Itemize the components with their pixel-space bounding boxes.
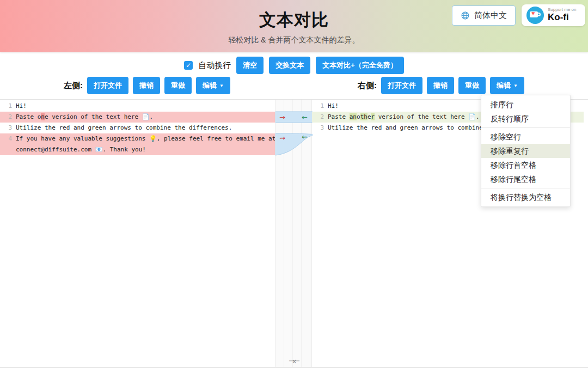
merge-to-left-arrow-1[interactable]: ⇜ [302, 114, 308, 121]
menu-divider [481, 188, 570, 188]
page-subtitle: 轻松对比 & 合并两个文本文件的差异。 [0, 35, 588, 45]
globe-icon [461, 11, 470, 20]
swap-text-button[interactable]: 交换文本 [269, 57, 310, 74]
line-text: Hi! [12, 101, 275, 112]
line-number: 2 [0, 112, 12, 123]
kofi-cup-icon: ♥ [526, 7, 544, 24]
caret-down-icon: ▼ [513, 83, 518, 88]
menu-item[interactable]: 移除行尾空格 [481, 172, 570, 186]
editor-line[interactable]: 3Utilize the red and green arrows to com… [0, 123, 275, 133]
line-number: 4 [0, 133, 12, 155]
line-number: 1 [0, 101, 12, 112]
language-label: 简体中文 [474, 10, 507, 21]
collapse-gutter-icon[interactable]: ⇒⇐ [275, 357, 311, 365]
menu-item[interactable]: 移除行首空格 [481, 158, 570, 172]
auto-wrap-label: 自动换行 [198, 60, 231, 71]
page: 文本对比 轻松对比 & 合并两个文本文件的差异。 简体中文 ♥ Support … [0, 0, 588, 372]
line-text: If you have any valuable suggestions 💡, … [12, 133, 275, 155]
kofi-brand-label: Ko-fi [548, 13, 576, 23]
language-button[interactable]: 简体中文 [452, 5, 516, 26]
left-side-label: 左侧: [64, 81, 83, 91]
edit-dropdown-menu: 排序行反转行顺序移除空行移除重复行移除行首空格移除行尾空格将换行替换为空格 [481, 95, 571, 207]
pro-version-button[interactable]: 文本对比+（完全免费） [316, 57, 404, 74]
right-redo-button[interactable]: 重做 [458, 77, 486, 94]
menu-item[interactable]: 排序行 [481, 97, 570, 112]
line-number: 2 [312, 112, 324, 123]
right-side-label: 右侧: [358, 81, 377, 91]
right-edit-label: 编辑 [497, 81, 511, 90]
left-editor-pane[interactable]: 1Hi!2Paste one version of the text here … [0, 100, 275, 367]
left-redo-button[interactable]: 重做 [164, 77, 192, 94]
menu-item[interactable]: 将换行替换为空格 [481, 190, 570, 204]
right-toolbar: 右侧: 打开文件 撤销 重做 编辑 ▼ [294, 77, 588, 94]
line-number: 3 [0, 123, 12, 133]
auto-wrap-checkbox[interactable]: ✓ [184, 61, 193, 70]
left-toolbar: 左侧: 打开文件 撤销 重做 编辑 ▼ [0, 77, 294, 94]
editor-line[interactable]: 1Hi! [0, 101, 275, 112]
line-text: Paste one version of the text here 📄. [12, 112, 275, 123]
merge-gutter: ⇝ ⇜ ⇝ ⇜ ⇒⇐ [275, 100, 312, 367]
merge-to-left-arrow-2[interactable]: ⇜ [302, 133, 308, 141]
menu-divider [481, 127, 570, 128]
left-edit-dropdown-button[interactable]: 编辑 ▼ [196, 77, 230, 94]
line-number: 1 [312, 101, 324, 112]
merge-to-right-arrow-2[interactable]: ⇝ [279, 135, 285, 142]
kofi-button[interactable]: ♥ Support me on Ko-fi [522, 4, 585, 26]
menu-item[interactable]: 移除空行 [481, 130, 570, 144]
side-toolbars: 左侧: 打开文件 撤销 重做 编辑 ▼ 右侧: 打开文件 撤销 重做 编辑 ▼ [0, 77, 588, 94]
merge-to-right-arrow-1[interactable]: ⇝ [279, 114, 285, 121]
right-open-file-button[interactable]: 打开文件 [381, 77, 422, 94]
menu-item[interactable]: 反转行顺序 [481, 112, 570, 126]
left-open-file-button[interactable]: 打开文件 [87, 77, 128, 94]
clear-button[interactable]: 清空 [236, 57, 264, 74]
main-toolbar: ✓ 自动换行 清空 交换文本 文本对比+（完全免费） [0, 52, 588, 73]
editor-line[interactable]: 2Paste one version of the text here 📄. [0, 112, 275, 123]
editor-line[interactable]: 4If you have any valuable suggestions 💡,… [0, 133, 275, 155]
left-undo-button[interactable]: 撤销 [133, 77, 160, 94]
left-edit-label: 编辑 [203, 81, 217, 90]
scrollbar-track[interactable] [584, 100, 588, 367]
caret-down-icon: ▼ [219, 83, 224, 88]
line-text: Utilize the red and green arrows to comb… [12, 123, 275, 133]
right-edit-dropdown-button[interactable]: 编辑 ▼ [490, 77, 524, 94]
line-number: 3 [312, 123, 324, 133]
right-undo-button[interactable]: 撤销 [427, 77, 454, 94]
header: 文本对比 轻松对比 & 合并两个文本文件的差异。 简体中文 ♥ Support … [0, 0, 588, 52]
menu-item[interactable]: 移除重复行 [481, 144, 570, 158]
